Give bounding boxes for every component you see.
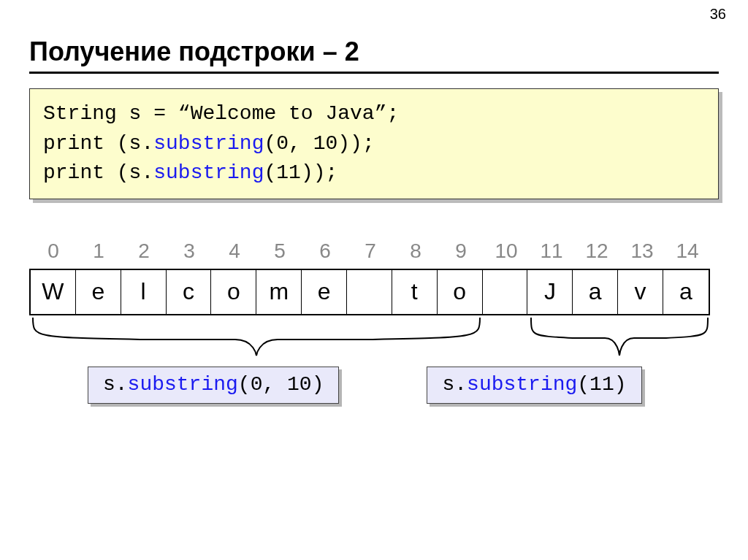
char-cell: l [121, 270, 167, 314]
sub-a-pre: s. [103, 373, 128, 396]
index-cell: 11 [529, 239, 574, 263]
code-l3-post: (11)); [264, 161, 337, 184]
index-cell: 3 [167, 239, 212, 263]
code-l2-post: (0, 10)); [264, 132, 374, 155]
code-l3-pre: print (s. [43, 161, 153, 184]
char-cell [483, 270, 528, 314]
code-line-3: print (s.substring(11)); [43, 158, 705, 188]
code-line-1: String s = “Welcome to Java”; [43, 99, 705, 129]
char-cell: t [392, 270, 438, 314]
code-l3-fn: substring [153, 161, 264, 184]
char-cell: e [302, 270, 347, 314]
code-l2-pre: print (s. [43, 132, 153, 155]
index-cell: 13 [619, 239, 665, 263]
index-row: 01234567891011121314 [31, 239, 719, 263]
page-title: Получение подстроки – 2 [29, 37, 719, 67]
brace-left [31, 315, 482, 367]
index-cell: 12 [574, 239, 619, 263]
sub-b-fn: substring [467, 373, 577, 396]
substring-labels: s.substring(0, 10) s.substring(11) [29, 367, 719, 404]
index-cell: 0 [31, 239, 76, 263]
char-cell: o [438, 270, 483, 314]
code-l2-fn: substring [153, 132, 264, 155]
sub-b-post: (11) [577, 373, 626, 396]
title-divider [29, 72, 719, 74]
index-cell: 9 [438, 239, 484, 263]
page-number: 36 [710, 6, 726, 23]
index-cell: 5 [257, 239, 302, 263]
sub-a-fn: substring [128, 373, 238, 396]
sub-a-post: (0, 10) [238, 373, 324, 396]
index-cell: 7 [348, 239, 393, 263]
index-cell: 6 [302, 239, 348, 263]
char-cell: e [76, 270, 121, 314]
code-block: String s = “Welcome to Java”; print (s.s… [29, 88, 719, 199]
char-cell: W [31, 270, 76, 314]
brace-area [29, 315, 719, 367]
code-line-2: print (s.substring(0, 10)); [43, 129, 705, 159]
index-cell: 1 [76, 239, 121, 263]
char-cell: c [167, 270, 212, 314]
index-cell: 2 [121, 239, 167, 263]
brace-right [529, 315, 710, 367]
sub-b-pre: s. [442, 373, 467, 396]
index-cell: 10 [484, 239, 529, 263]
substring-label-b: s.substring(11) [427, 367, 641, 404]
char-cell: a [663, 270, 709, 314]
index-cell: 14 [665, 239, 710, 263]
char-row: Welcome to Java [29, 269, 710, 315]
char-cell: a [573, 270, 618, 314]
char-cell: J [527, 270, 573, 314]
substring-label-a: s.substring(0, 10) [88, 367, 339, 404]
char-cell [347, 270, 392, 314]
char-cell: o [211, 270, 256, 314]
char-cell: v [618, 270, 663, 314]
index-cell: 4 [212, 239, 257, 263]
index-cell: 8 [393, 239, 438, 263]
char-cell: m [256, 270, 302, 314]
